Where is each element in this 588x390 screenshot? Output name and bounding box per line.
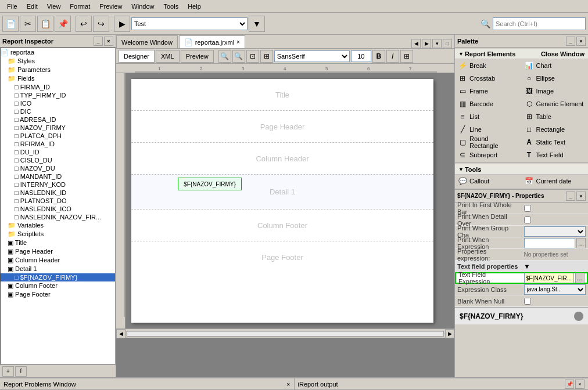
zoom-in-button[interactable]: 🔍 (232, 50, 245, 63)
canvas-area[interactable]: 1 2 3 4 5 6 7 (116, 64, 454, 377)
prop-blank-null-checkbox[interactable] (524, 298, 531, 305)
tree-item-firma-id[interactable]: □ FIRMA_ID (1, 83, 115, 91)
canvas-scroll[interactable]: 1 2 3 4 5 6 7 (116, 64, 454, 377)
left-panel-close[interactable]: × (104, 37, 113, 46)
prop-print-detail-checkbox[interactable] (524, 216, 531, 223)
hscroll-left[interactable]: ◀ (116, 329, 126, 338)
italic-button[interactable]: I (386, 50, 399, 63)
run-button[interactable]: ▶ (114, 16, 130, 32)
palette-report-elements-header[interactable]: ▼ Report Elements Close Window (455, 49, 588, 59)
problems-close[interactable]: × (286, 381, 290, 388)
paste-button[interactable]: 📌 (55, 16, 71, 32)
palette-item-ellipse[interactable]: ○ Ellipse (522, 72, 589, 85)
prop-print-first-checkbox[interactable] (524, 205, 531, 212)
tree-item-page-header[interactable]: ▣ Page Header (1, 247, 115, 256)
palette-item-static-text[interactable]: A Static Text (522, 136, 589, 149)
palette-item-subreport[interactable]: ⊆ Subreport (455, 149, 522, 161)
prop-expr-class-select[interactable]: java.lang.St... (524, 284, 586, 295)
designer-tab-xml[interactable]: XML (156, 50, 180, 63)
search-input[interactable] (493, 17, 586, 30)
palette-item-barcode[interactable]: ▥ Barcode (455, 98, 522, 110)
menu-window[interactable]: Window (127, 2, 159, 11)
palette-item-crosstab[interactable]: ⊞ Crosstab (455, 72, 522, 85)
tree-item-column-header[interactable]: ▣ Column Header (1, 256, 115, 265)
palette-item-list[interactable]: ≡ List (455, 110, 522, 123)
tree-item-mandant-id[interactable]: □ MANDANT_ID (1, 172, 115, 180)
tree-item-detail-1[interactable]: ▣ Detail 1 (1, 265, 115, 273)
tab-expand[interactable]: □ (443, 39, 452, 48)
hscroll-right[interactable]: ▶ (445, 329, 454, 338)
palette-item-frame[interactable]: ▭ Frame (455, 85, 522, 98)
zoom-100-button[interactable]: ⊡ (246, 50, 259, 63)
tree-item-typ-firmy-id[interactable]: □ TYP_FIRMY_ID (1, 91, 115, 99)
prop-print-group-select[interactable] (524, 226, 586, 237)
tree-item-nazov-du[interactable]: □ NAZOV_DU (1, 164, 115, 172)
bold-button[interactable]: B (372, 50, 385, 63)
menu-format[interactable]: Format (65, 2, 95, 11)
tree-item-parameters[interactable]: 📁 Parameters (1, 66, 115, 74)
palette-item-chart[interactable]: 📊 Chart (522, 59, 589, 72)
copy-button[interactable]: 📋 (37, 16, 53, 32)
font-size-input[interactable] (351, 50, 371, 62)
zoom-fit-button[interactable]: ⊞ (260, 50, 273, 63)
prop-print-when-input[interactable] (524, 238, 576, 248)
tree-item-platca-dph[interactable]: □ PLATCA_DPH (1, 132, 115, 140)
palette-close[interactable]: × (576, 37, 586, 46)
tree-item-du-id[interactable]: □ DU_ID (1, 148, 115, 156)
field-nazov-firmy[interactable]: $F{NAZOV_FIRMY} (178, 178, 242, 190)
tree-item-variables[interactable]: 📁 Variables (1, 221, 115, 230)
tree-item-naslednik-ico[interactable]: □ NASLEDNIK_ICO (1, 205, 115, 213)
cut-button[interactable]: ✂ (20, 16, 36, 32)
properties-close[interactable]: × (576, 192, 586, 201)
left-panel-minimize[interactable]: _ (94, 37, 103, 46)
tree-item-fields[interactable]: 📁 Fields (1, 74, 115, 83)
combo-dropdown[interactable]: ▼ (249, 16, 265, 32)
tree-item-styles[interactable]: 📁 Styles (1, 57, 115, 66)
tree-add-button[interactable]: + (2, 366, 14, 377)
designer-tab-preview[interactable]: Preview (181, 50, 214, 63)
tree-item-dic[interactable]: □ DIC (1, 107, 115, 115)
prop-print-when-btn[interactable]: … (576, 238, 586, 248)
tree-item-interny-kod[interactable]: □ INTERNY_KOD (1, 180, 115, 189)
tree-function-button[interactable]: f (15, 366, 27, 377)
tab-reportaa[interactable]: 📄 reportaa.jrxml × (179, 35, 245, 48)
tab-welcome[interactable]: Welcome Window (116, 35, 178, 48)
output-close[interactable]: × (575, 380, 585, 389)
zoom-out-button[interactable]: 🔍 (218, 50, 231, 63)
palette-item-generic[interactable]: ⬡ Generic Element (522, 98, 589, 110)
undo-button[interactable]: ↩ (76, 16, 92, 32)
design-canvas[interactable]: Title Page Header Column Header Detail 1 (131, 79, 433, 323)
hscroll-track[interactable] (127, 331, 444, 337)
tree-item-title[interactable]: ▣ Title (1, 239, 115, 247)
tree-item-page-footer[interactable]: ▣ Page Footer (1, 290, 115, 299)
designer-tab-designer[interactable]: Designer (119, 50, 155, 63)
tree-item-naslednik-id[interactable]: □ NASLEDNIK_ID (1, 189, 115, 197)
palette-item-break[interactable]: ⚡ Break (455, 59, 522, 72)
properties-minimize[interactable]: _ (566, 192, 575, 201)
tree-item-ico[interactable]: □ ICO (1, 99, 115, 107)
palette-item-rectangle[interactable]: □ Rectangle (522, 123, 589, 136)
palette-item-current-date[interactable]: 📅 Current date (522, 175, 589, 187)
palette-item-image[interactable]: 🖼 Image (522, 85, 589, 98)
tree-item-adresa-id[interactable]: □ ADRESA_ID (1, 115, 115, 124)
tab-menu[interactable]: ▾ (432, 39, 442, 48)
palette-item-callout[interactable]: 💬 Callout (455, 175, 522, 187)
tab-nav-right[interactable]: ▶ (422, 39, 431, 48)
palette-item-line[interactable]: ╱ Line (455, 123, 522, 136)
menu-file[interactable]: File (2, 2, 22, 11)
output-pin[interactable]: 📌 (565, 380, 574, 389)
tree-item-cislo-du[interactable]: □ CISLO_DU (1, 156, 115, 164)
tab-reportaa-close[interactable]: × (236, 39, 240, 45)
tree-item-naslednik-nazov-fir---[interactable]: □ NASLEDNIK_NAZOV_FIR... (1, 213, 115, 221)
datasource-combo[interactable]: Test (131, 17, 248, 30)
menu-tools[interactable]: Tools (159, 2, 183, 11)
prop-textfield-expr-btn[interactable]: … (575, 273, 585, 283)
tree-item-reportaa[interactable]: 📄 reportaa (1, 48, 115, 57)
tree-item-platnost-do[interactable]: □ PLATNOST_DO (1, 197, 115, 205)
font-combo[interactable]: SansSerif (274, 50, 350, 62)
palette-item-table[interactable]: ⊞ Table (522, 110, 589, 123)
tab-nav-left[interactable]: ◀ (411, 39, 421, 48)
prop-textfield-section-collapse[interactable]: ▼ (522, 263, 589, 270)
tree-item-column-footer[interactable]: ▣ Column Footer (1, 281, 115, 290)
more-button[interactable]: ⊞ (400, 50, 413, 63)
